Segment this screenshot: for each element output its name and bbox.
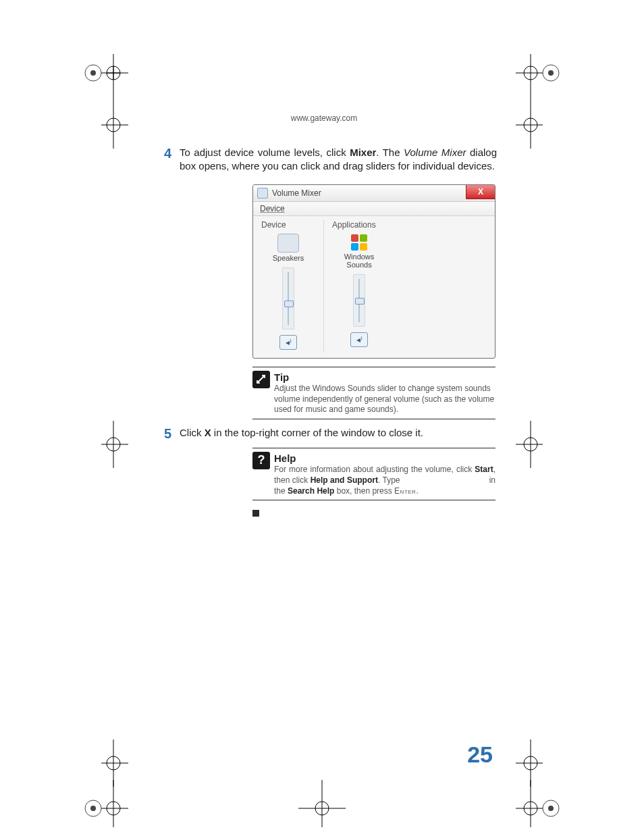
crop-mark-icon [516,739,563,787]
crop-mark-icon [81,780,128,827]
device-column: Device Speakers ◂⁾ [259,220,318,353]
help-icon: ? [252,452,270,469]
svg-point-39 [524,802,537,815]
svg-point-23 [524,438,537,451]
volume-slider[interactable] [353,274,365,327]
window-titlebar: Volume Mixer X [253,185,495,202]
crop-mark-icon [516,421,563,468]
text: . [416,486,418,496]
svg-point-26 [107,756,120,770]
crop-mark-icon [81,101,128,149]
app-label-line2: Sounds [346,261,371,269]
close-button[interactable]: X [466,184,495,199]
text: For more information about adjusting the… [274,465,475,474]
step-body: Click X in the top-right corner of the w… [180,426,423,441]
crop-mark-icon [516,780,563,827]
bold-search-help: Search Help [288,486,334,496]
svg-point-31 [90,806,96,811]
mute-button[interactable]: ◂⁾ [350,332,368,347]
bold-help-and-support: Help and Support [311,475,378,485]
text-gap [402,475,487,485]
text: in the top-right corner of the window to… [211,427,423,438]
svg-point-35 [543,800,559,816]
svg-point-7 [543,65,559,81]
svg-point-36 [548,806,554,811]
page-content: www.gateway.com 4 To adjust device volum… [151,113,497,517]
windows-flag-icon[interactable] [350,234,368,251]
svg-point-11 [524,66,537,80]
crop-mark-icon [81,421,128,468]
text: Click [180,427,205,438]
step-number: 5 [151,426,180,441]
menubar: Device [253,202,495,216]
crop-mark-icon [516,101,563,149]
volume-mixer-screenshot: Volume Mixer X Device Device Speakers ◂⁾… [252,184,495,359]
svg-point-30 [85,800,101,816]
window-title: Volume Mixer [272,188,321,198]
svg-point-29 [524,756,537,770]
help-callout: ? Help For more information about adjust… [252,448,495,500]
crop-mark-icon [516,54,563,101]
mixer-body: Device Speakers ◂⁾ Applications Windows … [253,216,495,359]
header-url: www.gateway.com [151,113,497,123]
device-label: Speakers [273,254,304,262]
svg-point-17 [524,118,537,132]
svg-point-34 [107,802,120,815]
mute-button[interactable]: ◂⁾ [279,335,297,350]
section-label-apps: Applications [329,220,376,230]
crop-mark-icon [81,54,128,101]
svg-point-14 [107,118,120,132]
menu-device[interactable]: Device [260,204,285,213]
tip-body: Adjust the Windows Sounds slider to chan… [274,384,494,414]
end-of-procedure-icon [252,510,259,517]
window-icon [257,188,268,199]
app-label-line1: Windows [344,253,375,261]
italic-volume-mixer: Volume Mixer [404,147,466,158]
speaker-icon[interactable] [277,234,299,253]
step-body: To adjust device volume levels, click Mi… [180,146,497,174]
svg-point-42 [315,802,329,815]
section-label-device: Device [259,220,286,230]
text: To adjust device volume levels, click [180,147,350,158]
page-number: 25 [467,741,493,768]
step-5: 5 Click X in the top-right corner of the… [151,426,497,441]
tip-title: Tip [274,371,289,383]
svg-point-0 [85,65,101,81]
bold-mixer: Mixer [350,147,376,158]
help-title: Help [274,452,296,464]
applications-column: Applications Windows Sounds ◂⁾ [323,220,389,353]
step-number: 4 [151,146,180,174]
text: . The [376,147,404,158]
volume-slider[interactable] [282,267,294,330]
tip-callout: Tip Adjust the Windows Sounds slider to … [252,367,495,419]
svg-point-20 [107,438,120,451]
tip-icon [252,371,270,388]
smallcaps-enter: Enter [394,486,416,496]
bold-start: Start [475,465,493,474]
crop-mark-icon [81,739,128,787]
svg-point-4 [107,66,120,80]
svg-point-1 [90,70,96,76]
crop-mark-icon [298,780,346,827]
svg-point-8 [548,70,554,76]
text: . Type [378,475,402,485]
step-4: 4 To adjust device volume levels, click … [151,146,497,174]
bold-x: X [205,427,211,438]
text: box, then press [334,486,394,496]
